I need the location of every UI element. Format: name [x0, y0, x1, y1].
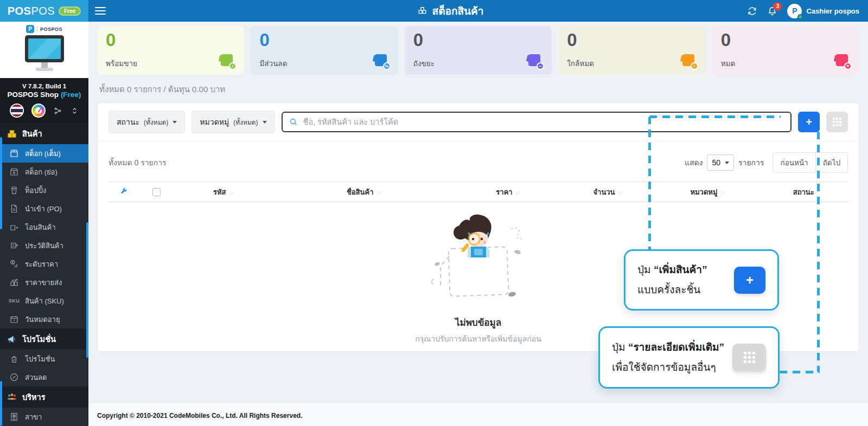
sidebar-scrollbar[interactable]: [0, 381, 2, 426]
stat-card-trash[interactable]: 0 ถังขยะ −: [405, 26, 552, 75]
totals-summary: ทั้งหมด 0 รายการ / ต้นทุน 0.00 บาท: [99, 83, 859, 96]
theme-gauge-icon[interactable]: [31, 104, 46, 118]
add-product-button-preview[interactable]: +: [734, 267, 765, 294]
mini-logo: P POSPOS: [26, 25, 62, 33]
products-table: รหัส↓↑ ชื่อสินค้า↓↑ ราคา↓↑ จำนวน↓↑ หมวดห…: [108, 182, 848, 202]
sidebar-item-import-po[interactable]: นำเข้า (PO): [0, 199, 88, 218]
promotion-bag-icon: [9, 353, 20, 364]
next-page-button[interactable]: ถัดไป: [816, 152, 848, 173]
more-details-button[interactable]: [826, 112, 848, 132]
history-icon: [9, 240, 20, 251]
products-boxes-icon: [7, 128, 17, 139]
search-input[interactable]: [303, 118, 784, 126]
top-bar: POSPOS Free สต็อกสินค้า 3 P Cashier posp…: [0, 0, 868, 22]
list-total: ทั้งหมด 0 รายการ: [108, 157, 167, 169]
sidebar: P POSPOS V 7.8.2, Build 1 POSPOS Shop (F…: [0, 22, 88, 426]
sidebar-item-product-history[interactable]: ประวัติสินค้า: [0, 236, 88, 255]
chevron-down-icon: [173, 121, 177, 124]
stat-card-out-of-stock[interactable]: 0 หมด ✕: [712, 26, 859, 75]
no-data-illustration: [421, 214, 536, 307]
sidebar-item-wholesale-price[interactable]: ราคาขายส่ง: [0, 273, 88, 292]
sidebar-item-label: สินค้า (SKU): [25, 295, 64, 307]
collapse-chevrons-icon[interactable]: [70, 106, 79, 115]
avatar: P: [787, 4, 802, 18]
purchase-order-doc-icon: [9, 203, 20, 214]
sidebar-item-label: ราคาขายส่ง: [25, 277, 62, 288]
stat-label: หมด: [721, 57, 851, 69]
people-group-icon: [7, 392, 17, 403]
sidebar-item-stock-full[interactable]: สต็อก (เต็ม): [0, 144, 88, 163]
sidebar-item-promotion[interactable]: โปรโมชั่น: [0, 350, 88, 368]
sku-icon: SKU: [9, 295, 20, 306]
stat-card-low-stock[interactable]: 0 ใกล้หมด !: [558, 26, 705, 75]
add-product-button[interactable]: +: [798, 112, 820, 132]
column-product-name[interactable]: ชื่อสินค้า↓↑: [271, 182, 456, 202]
section-promotion: โปรโมชั่น: [0, 328, 88, 350]
stock-boxes-icon: [417, 5, 428, 16]
sidebar-item-label: โอนสินค้า: [25, 222, 56, 233]
sidebar-item-sku[interactable]: SKU สินค้า (SKU): [0, 292, 88, 310]
online-status-dot: [797, 14, 803, 20]
status-filter-dropdown[interactable]: สถานะ(ทั้งหมด): [108, 111, 185, 133]
thai-flag-icon[interactable]: [10, 104, 24, 118]
share-icon[interactable]: [53, 106, 62, 115]
stat-label: ถังขยะ: [413, 57, 543, 69]
box-minus-icon: −: [527, 54, 543, 68]
transfer-box-icon: [9, 222, 20, 233]
stock-mini-icon: [9, 166, 20, 177]
stat-card-ready-to-sell[interactable]: 0 พร้อมขาย ✓: [97, 26, 244, 75]
more-details-button-preview[interactable]: [732, 344, 766, 372]
stock-full-icon: [9, 148, 20, 159]
free-badge: Free: [59, 7, 81, 16]
sidebar-item-label: ส่วนลด: [25, 372, 47, 383]
sidebar-item-label: ประวัติสินค้า: [25, 240, 63, 251]
column-quantity[interactable]: จำนวน↓↑: [559, 182, 655, 202]
stat-value: 0: [567, 30, 697, 50]
prev-page-button[interactable]: ก่อนหน้า: [773, 152, 815, 173]
unit-label: รายการ: [738, 157, 764, 169]
sidebar-item-transfer[interactable]: โอนสินค้า: [0, 218, 88, 236]
sidebar-item-topping[interactable]: ท็อปปิ้ง: [0, 181, 88, 199]
box-check-icon: ✓: [219, 54, 235, 68]
add-product-callout: ปุ่ม “เพิ่มสินค้า” แบบครั้งละชิ้น +: [624, 249, 779, 311]
stat-value: 0: [106, 30, 235, 50]
app-version: V 7.8.2, Build 1: [0, 83, 88, 89]
chevron-down-icon: [263, 121, 267, 124]
notifications-bell-icon[interactable]: 3: [767, 6, 777, 16]
sidebar-item-expiry-date[interactable]: วันหมดอายุ: [0, 310, 88, 328]
column-status[interactable]: สถานะ: [759, 182, 848, 202]
column-price[interactable]: ราคา↓↑: [456, 182, 560, 202]
sidebar-item-discount[interactable]: ส่วนลด: [0, 368, 88, 386]
column-settings-wrench-icon[interactable]: [108, 182, 138, 202]
sidebar-item-label: ระดับราคา: [25, 259, 58, 270]
price-level-icon: [9, 259, 20, 269]
stat-value: 0: [721, 30, 851, 50]
sidebar-item-stock-mini[interactable]: สต็อก (ย่อ): [0, 163, 88, 181]
column-code[interactable]: รหัส↓↑: [175, 182, 271, 202]
sidebar-item-label: ท็อปปิ้ง: [25, 185, 46, 196]
sidebar-item-branch[interactable]: สาขา: [0, 408, 88, 426]
grid-icon: [744, 352, 755, 363]
table-header-row: รหัส↓↑ ชื่อสินค้า↓↑ ราคา↓↑ จำนวน↓↑ หมวดห…: [108, 182, 848, 202]
select-all-checkbox[interactable]: [152, 188, 161, 196]
stat-card-discounted[interactable]: 0 มีส่วนลด %: [251, 26, 398, 75]
user-menu[interactable]: P Cashier pospos: [787, 4, 859, 18]
stat-value: 0: [413, 30, 543, 50]
sidebar-scrollbar[interactable]: [86, 222, 88, 358]
wholesale-boxes-icon: [9, 277, 20, 288]
sidebar-item-price-level[interactable]: ระดับราคา: [0, 255, 88, 273]
sidebar-scrollbar[interactable]: [0, 137, 2, 229]
section-management: บริหาร: [0, 386, 88, 408]
sidebar-item-label: สต็อก (เต็ม): [25, 148, 61, 159]
callout-text: ปุ่ม “รายละเอียดเพิ่มเติม” เพื่อใช้จัดกา…: [612, 338, 724, 377]
page-title: สต็อกสินค้า: [417, 3, 484, 19]
sort-icon: ↓↑: [618, 190, 622, 196]
app-logo[interactable]: POSPOS Free: [0, 0, 88, 22]
expiry-calendar-icon: [9, 314, 20, 325]
category-filter-dropdown[interactable]: หมวดหมู่(ทั้งหมด): [192, 111, 275, 133]
menu-toggle-icon[interactable]: [95, 5, 106, 17]
refresh-icon[interactable]: [747, 6, 757, 16]
page-size-select[interactable]: 50: [707, 154, 734, 171]
stat-label: ใกล้หมด: [567, 57, 697, 69]
column-category[interactable]: หมวดหมู่↓↑: [656, 182, 760, 202]
